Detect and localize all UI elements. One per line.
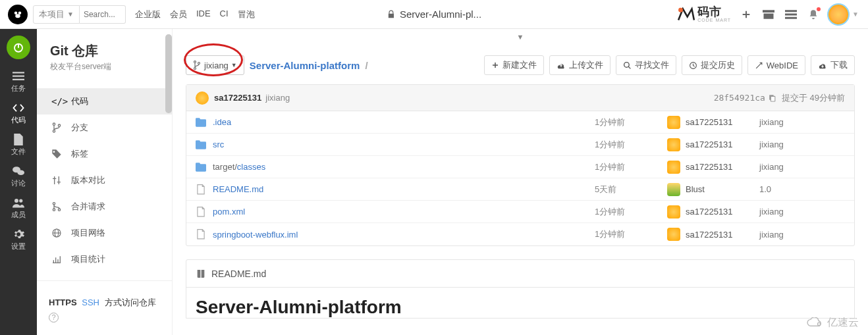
nav-ide[interactable]: IDE <box>196 9 211 20</box>
commit-message[interactable]: jixiang <box>759 162 845 172</box>
svg-rect-8 <box>785 16 797 18</box>
author-avatar <box>667 161 680 174</box>
branch-icon <box>193 61 201 70</box>
file-name[interactable]: pom.xml <box>213 207 245 217</box>
file-author[interactable]: sa17225131 <box>686 230 733 240</box>
svg-rect-10 <box>13 72 24 73</box>
nav-ci[interactable]: CI <box>220 9 229 20</box>
file-row[interactable]: target/classes1分钟前sa17225131jixiang <box>186 156 854 178</box>
file-time: 1分钟前 <box>595 161 667 173</box>
help-icon[interactable]: ? <box>49 313 59 322</box>
main-panel: ▼ jixiang ▼ Server-Alumni-platform / 新建文… <box>173 29 868 335</box>
search-input[interactable] <box>80 5 126 24</box>
copy-icon[interactable] <box>768 93 776 102</box>
code-mart-logo[interactable]: 码市 CODE MART <box>675 5 731 24</box>
commit-message[interactable]: jixiang <box>759 207 845 217</box>
nav-bubble[interactable]: 冒泡 <box>238 9 255 20</box>
file-row[interactable]: springboot-webflux.iml1分钟前sa17225131jixi… <box>186 223 854 245</box>
file-name[interactable]: .idea <box>213 117 231 127</box>
chevron-down-icon[interactable]: ▼ <box>852 11 859 18</box>
svg-rect-31 <box>771 96 775 101</box>
sidebar-item-compare[interactable]: 版本对比 <box>37 167 172 193</box>
rail-members[interactable]: 成员 <box>5 195 32 221</box>
user-avatar[interactable] <box>827 3 850 26</box>
svg-rect-6 <box>785 10 797 12</box>
archive-icon[interactable] <box>757 3 780 26</box>
file-author[interactable]: sa17225131 <box>686 162 733 172</box>
download-button[interactable]: 下载 <box>811 55 855 75</box>
tag-icon <box>51 149 62 159</box>
plus-icon[interactable] <box>735 3 757 26</box>
top-nav: 企业版 会员 IDE CI 冒泡 <box>135 9 264 20</box>
project-selector[interactable]: 本项目▼ <box>33 5 80 24</box>
commit-message[interactable]: jixiang <box>759 140 845 149</box>
readme-panel: README.md Server-Alumni-platform <box>186 259 855 319</box>
sidebar-item-stats[interactable]: 项目统计 <box>37 246 172 272</box>
svg-point-25 <box>194 61 196 63</box>
file-name[interactable]: README.md <box>213 184 263 194</box>
commit-user[interactable]: sa17225131 <box>214 93 261 103</box>
rail-code[interactable]: 代码 <box>5 100 32 126</box>
svg-rect-5 <box>764 13 774 18</box>
svg-point-32 <box>818 322 821 325</box>
svg-point-14 <box>18 170 25 175</box>
readme-heading: Server-Alumni-platform <box>196 297 845 318</box>
power-button[interactable] <box>7 36 30 59</box>
file-author[interactable]: sa17225131 <box>686 117 733 127</box>
clone-ssh-tab[interactable]: SSH <box>82 297 99 307</box>
commit-sha[interactable]: 28f54921ca <box>714 93 765 103</box>
rail-discuss[interactable]: 讨论 <box>5 163 32 190</box>
page-title: Server-Alumni-pl... <box>387 9 481 20</box>
sidebar-item-network[interactable]: 项目网络 <box>37 220 172 246</box>
history-button[interactable]: 提交历史 <box>682 55 742 75</box>
file-author[interactable]: Blust <box>686 184 705 194</box>
file-author[interactable]: sa17225131 <box>686 207 733 217</box>
sidebar-item-code[interactable]: </> 代码 <box>37 88 172 115</box>
file-listing: sa17225131 jixiang 28f54921ca 提交于 49分钟前 … <box>186 84 855 246</box>
webide-button[interactable]: WebIDE <box>747 55 805 75</box>
file-row[interactable]: src1分钟前sa17225131jixiang <box>186 134 854 156</box>
commit-message[interactable]: jixiang <box>759 230 845 240</box>
new-file-button[interactable]: 新建文件 <box>484 55 544 75</box>
sidebar-item-tag[interactable]: 标签 <box>37 141 172 167</box>
upload-button[interactable]: 上传文件 <box>549 55 610 75</box>
file-row[interactable]: .idea1分钟前sa17225131jixiang <box>186 111 854 134</box>
file-author[interactable]: sa17225131 <box>686 140 733 149</box>
file-name[interactable]: classes <box>237 162 265 172</box>
clone-https-tab[interactable]: HTTPS <box>49 297 77 307</box>
file-row[interactable]: pom.xml1分钟前sa17225131jixiang <box>186 201 854 223</box>
commit-branch: jixiang <box>265 93 290 103</box>
logo-monkey-icon[interactable] <box>8 5 28 24</box>
sidebar-item-branch[interactable]: 分支 <box>37 115 172 141</box>
bell-icon[interactable] <box>802 3 825 26</box>
clone-panel: HTTPS SSH 方式访问仓库 ? <box>37 289 172 334</box>
compare-icon <box>51 175 62 186</box>
author-avatar <box>667 116 680 129</box>
sidebar-scrollbar[interactable] <box>165 29 172 335</box>
file-name[interactable]: springboot-webflux.iml <box>213 230 298 240</box>
list-icon[interactable] <box>780 3 802 26</box>
collapse-caret-icon[interactable]: ▼ <box>517 33 524 41</box>
find-file-button[interactable]: 寻找文件 <box>616 55 676 75</box>
globe-icon <box>51 228 62 238</box>
notification-dot <box>817 7 821 11</box>
branch-icon <box>51 122 62 133</box>
repo-toolbar: jixiang ▼ Server-Alumni-platform / 新建文件 … <box>186 55 855 75</box>
commit-avatar <box>196 91 209 105</box>
nav-enterprise[interactable]: 企业版 <box>135 9 161 20</box>
file-time: 1分钟前 <box>595 139 667 151</box>
commit-message[interactable]: jixiang <box>759 117 845 127</box>
svg-point-3 <box>678 7 683 12</box>
rail-files[interactable]: 文件 <box>5 132 32 158</box>
book-icon <box>196 269 206 279</box>
svg-point-28 <box>624 62 629 67</box>
breadcrumb-root[interactable]: Server-Alumni-platform <box>250 60 360 71</box>
nav-member[interactable]: 会员 <box>170 9 187 20</box>
branch-selector[interactable]: jixiang ▼ <box>186 55 244 75</box>
commit-message[interactable]: 1.0 <box>759 184 845 194</box>
sidebar-item-merge[interactable]: 合并请求 <box>37 193 172 220</box>
file-row[interactable]: README.md5天前Blust1.0 <box>186 178 854 201</box>
rail-tasks[interactable]: 任务 <box>5 68 32 95</box>
file-name[interactable]: src <box>213 140 224 149</box>
rail-settings[interactable]: 设置 <box>5 226 32 253</box>
